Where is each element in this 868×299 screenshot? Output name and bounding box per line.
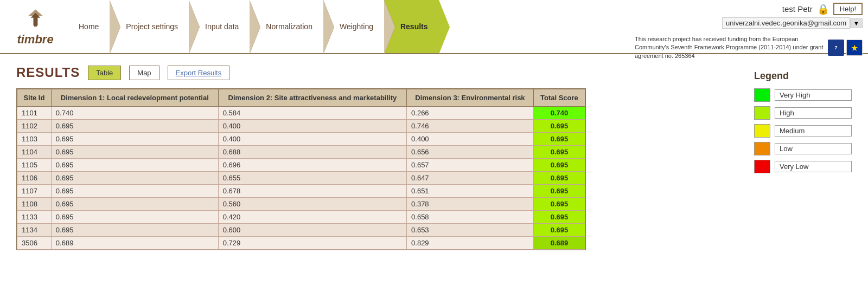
- cell-score: 0.695: [533, 120, 585, 133]
- results-table: Site Id Dimension 1: Local redevelopment…: [17, 89, 585, 250]
- cell-dim2: 0.420: [218, 211, 406, 224]
- table-row: 1108 0.695 0.560 0.378 0.695: [17, 198, 585, 211]
- cell-dim1: 0.695: [51, 211, 218, 224]
- results-table-container[interactable]: Site Id Dimension 1: Local redevelopment…: [16, 88, 586, 250]
- cell-dim3: 0.400: [407, 133, 534, 146]
- cell-dim2: 0.400: [218, 120, 406, 133]
- cell-dim3: 0.657: [407, 159, 534, 172]
- cell-score: 0.689: [533, 237, 585, 250]
- tab-table-button[interactable]: Table: [88, 66, 121, 80]
- cell-dim1: 0.695: [51, 185, 218, 198]
- user-area: test Petr 🔒 Help! univerzalni.vedec.geon…: [722, 3, 863, 29]
- logo-icon: [23, 7, 48, 31]
- email-dropdown-arrow[interactable]: ▼: [850, 18, 863, 28]
- cell-score: 0.695: [533, 159, 585, 172]
- header: timbre Home Project settings Input data …: [0, 0, 868, 54]
- legend-label: High: [775, 107, 852, 119]
- cell-dim1: 0.695: [51, 120, 218, 133]
- cell-dim2: 0.688: [218, 146, 406, 159]
- cell-score: 0.695: [533, 211, 585, 224]
- cell-site-id: 1108: [17, 198, 52, 211]
- cell-score: 0.695: [533, 146, 585, 159]
- cell-dim2: 0.696: [218, 159, 406, 172]
- lock-icon[interactable]: 🔒: [817, 3, 829, 15]
- cell-dim2: 0.678: [218, 185, 406, 198]
- cell-score: 0.740: [533, 107, 585, 120]
- cell-score: 0.695: [533, 198, 585, 211]
- legend-label: Very Low: [775, 161, 852, 172]
- cell-site-id: 1133: [17, 211, 52, 224]
- cell-dim1: 0.695: [51, 198, 218, 211]
- table-row: 1105 0.695 0.696 0.657 0.695: [17, 159, 585, 172]
- cell-dim1: 0.689: [51, 237, 218, 250]
- cell-score: 0.695: [533, 133, 585, 146]
- user-top-row: test Petr 🔒 Help!: [782, 3, 863, 15]
- cell-dim2: 0.729: [218, 237, 406, 250]
- cell-dim2: 0.600: [218, 224, 406, 237]
- nav-project-settings[interactable]: Project settings: [110, 0, 189, 53]
- export-results-button[interactable]: Export Results: [168, 66, 230, 80]
- legend-color-swatch: [754, 106, 770, 120]
- table-row: 1104 0.695 0.688 0.656 0.695: [17, 146, 585, 159]
- cell-site-id: 1134: [17, 224, 52, 237]
- cell-site-id: 1106: [17, 172, 52, 185]
- cell-site-id: 1105: [17, 159, 52, 172]
- nav-normalization[interactable]: Normalization: [250, 0, 323, 53]
- funding-area: This research project has received fundi…: [635, 35, 863, 60]
- cell-site-id: 1104: [17, 146, 52, 159]
- user-email: univerzalni.vedec.geonika@gmail.com: [722, 17, 850, 29]
- main-content: RESULTS Table Map Export Results Site Id…: [0, 54, 868, 261]
- cell-dim1: 0.695: [51, 172, 218, 185]
- cell-dim3: 0.266: [407, 107, 534, 120]
- logo-area: timbre: [0, 2, 71, 52]
- cell-site-id: 1107: [17, 185, 52, 198]
- cell-dim2: 0.400: [218, 133, 406, 146]
- legend-color-swatch: [754, 160, 770, 173]
- funding-logos: 7 ★: [828, 40, 863, 56]
- table-row: 1133 0.695 0.420 0.658 0.695: [17, 211, 585, 224]
- cell-dim3: 0.378: [407, 198, 534, 211]
- cell-dim1: 0.740: [51, 107, 218, 120]
- user-email-row: univerzalni.vedec.geonika@gmail.com ▼: [722, 17, 863, 29]
- legend-area: Legend Very High High Medium Low Very Lo…: [754, 65, 852, 250]
- legend-item: Very High: [754, 88, 852, 102]
- table-row: 3506 0.689 0.729 0.829 0.689: [17, 237, 585, 250]
- cell-site-id: 3506: [17, 237, 52, 250]
- legend-color-swatch: [754, 124, 770, 138]
- cell-score: 0.695: [533, 172, 585, 185]
- legend-label: Medium: [775, 125, 852, 136]
- legend-item: High: [754, 106, 852, 120]
- cell-dim1: 0.695: [51, 224, 218, 237]
- legend-label: Very High: [775, 89, 852, 101]
- table-row: 1103 0.695 0.400 0.400 0.695: [17, 133, 585, 146]
- legend-color-swatch: [754, 88, 770, 102]
- cell-dim1: 0.695: [51, 133, 218, 146]
- cell-score: 0.695: [533, 224, 585, 237]
- tab-map-button[interactable]: Map: [129, 66, 159, 80]
- cell-dim2: 0.584: [218, 107, 406, 120]
- results-header: RESULTS Table Map Export Results: [16, 65, 743, 80]
- col-total: Total Score: [533, 89, 585, 107]
- legend-title: Legend: [754, 70, 852, 82]
- funding-text: This research project has received fundi…: [635, 35, 825, 60]
- cell-dim3: 0.656: [407, 146, 534, 159]
- cell-dim3: 0.653: [407, 224, 534, 237]
- help-button[interactable]: Help!: [833, 3, 863, 15]
- cell-dim2: 0.655: [218, 172, 406, 185]
- results-title: RESULTS: [16, 65, 80, 80]
- cell-site-id: 1102: [17, 120, 52, 133]
- table-row: 1106 0.695 0.655 0.647 0.695: [17, 172, 585, 185]
- cell-dim3: 0.829: [407, 237, 534, 250]
- nav-home[interactable]: Home: [71, 0, 110, 53]
- col-dim3: Dimension 3: Environmental risk: [407, 89, 534, 107]
- logo-text: timbre: [17, 32, 53, 47]
- table-header-row: Site Id Dimension 1: Local redevelopment…: [17, 89, 585, 107]
- content-area: RESULTS Table Map Export Results Site Id…: [16, 65, 743, 250]
- legend-items: Very High High Medium Low Very Low: [754, 88, 852, 173]
- eu-badge: ★: [846, 40, 863, 56]
- legend-item: Low: [754, 142, 852, 155]
- legend-color-swatch: [754, 142, 770, 155]
- cell-dim1: 0.695: [51, 159, 218, 172]
- legend-label: Low: [775, 143, 852, 154]
- cell-score: 0.695: [533, 185, 585, 198]
